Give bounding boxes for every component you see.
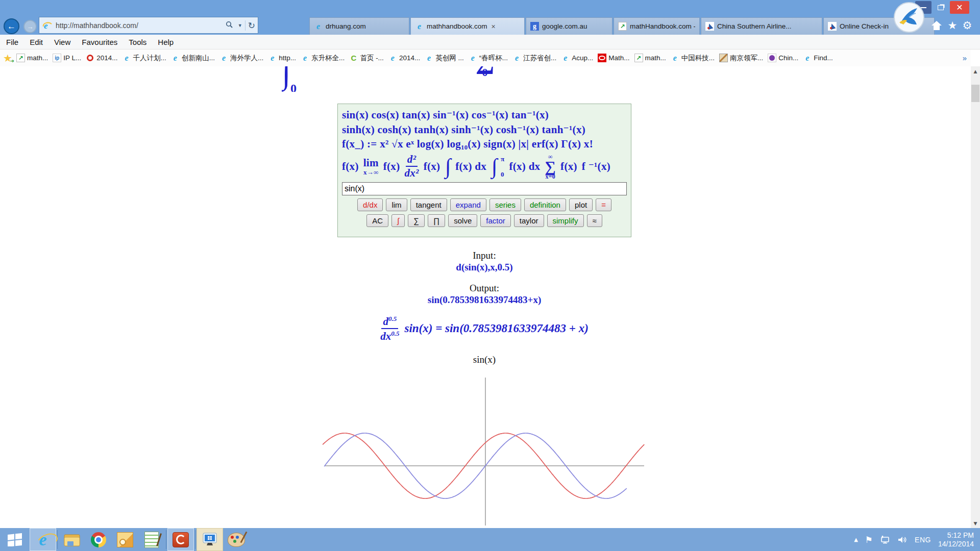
bookmark-item-7[interactable]: 东升杯全...: [301, 54, 345, 63]
network-icon[interactable]: [880, 535, 890, 544]
approx-button[interactable]: ≈: [587, 214, 602, 227]
close-icon: ✕: [956, 3, 963, 12]
formula-line-calculus[interactable]: f(x) limx→∞ f(x) d²dx² f(x) ∫ f(x) dx ∫ …: [342, 152, 627, 181]
volume-icon[interactable]: [897, 536, 908, 544]
menu-item-help[interactable]: Help: [158, 38, 174, 46]
expression-input[interactable]: [342, 182, 627, 195]
favorites-star-button[interactable]: ★: [946, 19, 959, 32]
formula-line-functions[interactable]: f(x_) := x² √x eˣ log(x) log₁₀(x) sign(x…: [342, 138, 627, 151]
bookmarks-overflow-chevron[interactable]: »: [963, 54, 967, 62]
menu-item-favourites[interactable]: Favourites: [82, 38, 117, 46]
bookmark-item-5[interactable]: 海外学人...: [219, 54, 263, 63]
series-button[interactable]: series: [489, 198, 521, 211]
ie-favicon: [219, 54, 228, 62]
start-button[interactable]: [0, 528, 30, 551]
bookmark-item-19[interactable]: Find...: [803, 54, 833, 62]
bookmark-item-8[interactable]: 首页 -...: [349, 54, 384, 63]
scroll-thumb[interactable]: [971, 85, 979, 102]
tab-mathhandbook-2[interactable]: mathHandbook.com -...: [614, 17, 700, 35]
time: 5:12 PM: [947, 531, 974, 539]
ie-favicon: [301, 54, 309, 62]
language-indicator[interactable]: ENG: [915, 536, 931, 544]
formula-line-trig[interactable]: sin(x) cos(x) tan(x) sin⁻¹(x) cos⁻¹(x) t…: [342, 108, 627, 121]
purple-favicon: [768, 54, 776, 62]
bookmark-item-11[interactable]: “春晖杯...: [469, 54, 508, 63]
math-palette-panel: sin(x) cos(x) tan(x) sin⁻¹(x) cos⁻¹(x) t…: [337, 104, 631, 237]
search-icon[interactable]: [223, 21, 235, 30]
taskbar-file-explorer[interactable]: [59, 528, 85, 551]
tab-mathhandbook[interactable]: mathhandbook.com ×: [410, 17, 525, 35]
window-titlebar[interactable]: [0, 0, 980, 15]
bookmark-item-10[interactable]: 英创网 ...: [425, 54, 464, 63]
refresh-icon[interactable]: ↻: [246, 20, 258, 31]
bookmark-item-14[interactable]: Math...: [598, 54, 629, 62]
clock[interactable]: 5:12 PM 14/12/2014: [938, 531, 974, 548]
bookmark-item-16[interactable]: 中国科技...: [671, 54, 715, 63]
input-expression[interactable]: d(sin(x),x,0.5): [331, 262, 638, 273]
scroll-down-button[interactable]: ▼: [971, 518, 980, 528]
taylor-button[interactable]: taylor: [514, 214, 544, 227]
tab-close-icon[interactable]: ×: [492, 22, 496, 31]
bookmark-item-6[interactable]: http...: [268, 54, 296, 62]
bookmark-item-18[interactable]: Chin...: [768, 54, 798, 62]
button-row-1: d/dx lim tangent expand series definitio…: [342, 198, 627, 211]
menu-item-file[interactable]: File: [6, 38, 18, 46]
scrollbar-track[interactable]: ▲ ▼: [971, 66, 980, 528]
restore-button[interactable]: [934, 1, 948, 14]
add-favorite-star-icon[interactable]: ★➜: [3, 52, 12, 64]
formula-line-hyperbolic[interactable]: sinh(x) cosh(x) tanh(x) sinh⁻¹(x) cosh⁻¹…: [342, 123, 627, 136]
output-expression[interactable]: sin(0.7853981633974483+x): [331, 294, 638, 306]
taskbar-internet-explorer[interactable]: e: [30, 528, 56, 551]
solve-button[interactable]: solve: [448, 214, 477, 227]
simplify-button[interactable]: simplify: [547, 214, 584, 227]
bookmark-item-17[interactable]: 南京领军...: [719, 54, 763, 63]
equals-button[interactable]: =: [596, 198, 611, 211]
taskbar-outlook[interactable]: [112, 528, 138, 551]
tray-expand-icon[interactable]: ▲: [854, 537, 858, 542]
bookmark-item-9[interactable]: 2014...: [388, 54, 420, 62]
taskbar-chrome[interactable]: [85, 528, 112, 551]
bookmark-item-3[interactable]: 千人计划...: [122, 54, 166, 63]
tangent-button[interactable]: tangent: [410, 198, 447, 211]
menu-item-tools[interactable]: Tools: [129, 38, 146, 46]
close-button[interactable]: ✕: [950, 1, 969, 14]
home-button[interactable]: [930, 19, 943, 32]
ie-favicon: [803, 54, 812, 62]
bookmark-item-4[interactable]: 创新南山...: [171, 54, 215, 63]
url-text[interactable]: http://mathhandbook.com/: [56, 21, 223, 30]
taskbar-notes[interactable]: [138, 528, 165, 551]
taskbar-paint[interactable]: [223, 528, 250, 551]
definite-integral-icon: ∫: [491, 156, 497, 177]
bookmark-item-1[interactable]: IP L...: [53, 54, 81, 62]
date: 14/12/2014: [938, 540, 974, 548]
ddx-button[interactable]: d/dx: [357, 198, 383, 211]
tab-google[interactable]: google.com.au: [526, 17, 612, 35]
scroll-up-button[interactable]: ▲: [971, 66, 980, 76]
menu-item-view[interactable]: View: [54, 38, 70, 46]
bookmark-item-15[interactable]: math...: [634, 54, 666, 62]
lim-button[interactable]: lim: [386, 198, 407, 211]
bookmark-item-13[interactable]: Acup...: [561, 54, 593, 62]
menu-item-edit[interactable]: Edit: [30, 38, 43, 46]
factor-button[interactable]: factor: [480, 214, 511, 227]
action-center-flag-icon[interactable]: ⚑: [865, 535, 873, 545]
integrate-button[interactable]: ∫: [391, 214, 405, 227]
address-bar[interactable]: e http://mathhandbook.com/ ▼ ↻: [39, 17, 258, 34]
tab-drhuang[interactable]: drhuang.com: [309, 17, 409, 35]
search-dropdown-icon[interactable]: ▼: [235, 23, 245, 28]
taskbar-powerpoint[interactable]: [167, 528, 194, 551]
settings-gear-button[interactable]: ⚙: [961, 19, 974, 32]
forward-button[interactable]: →: [23, 20, 37, 33]
definition-button[interactable]: definition: [524, 198, 566, 211]
plot-button[interactable]: plot: [569, 198, 593, 211]
product-button[interactable]: ∏: [428, 214, 445, 227]
back-button[interactable]: ←: [4, 18, 19, 34]
bookmark-item-0[interactable]: math...: [16, 54, 48, 62]
bookmark-item-2[interactable]: 2014...: [86, 54, 117, 62]
sum-button[interactable]: ∑: [408, 214, 425, 227]
expand-button[interactable]: expand: [450, 198, 486, 211]
all-clear-button[interactable]: AC: [366, 214, 388, 227]
tab-china-southern[interactable]: China Southern Airline...: [701, 17, 822, 35]
bookmark-item-12[interactable]: 江苏省创...: [512, 54, 556, 63]
taskbar-remote-desktop[interactable]: [197, 528, 223, 551]
